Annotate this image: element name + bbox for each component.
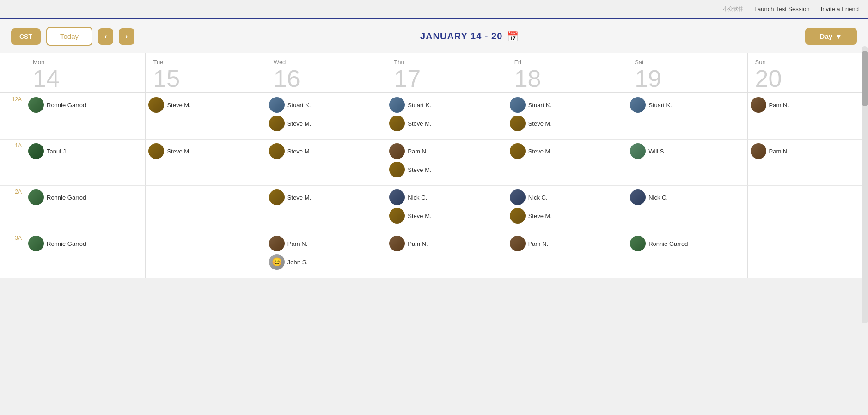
event-item[interactable]: Stuart K.	[269, 97, 383, 113]
header-day-sat: Sat 19	[627, 53, 747, 92]
event-item[interactable]: Steve M.	[510, 143, 624, 159]
calendar-cell: Nick C.	[627, 185, 747, 232]
header-day-tue: Tue 15	[146, 53, 266, 92]
event-item[interactable]: Steve M.	[269, 116, 383, 131]
event-item[interactable]: Steve M.	[389, 208, 503, 224]
next-button[interactable]: ›	[119, 28, 134, 45]
calendar-cell: Ronnie Garrod	[25, 185, 146, 232]
event-item[interactable]: Steve M.	[510, 208, 624, 224]
brand-label: 小众软件	[723, 6, 743, 12]
scrollbar[interactable]	[862, 46, 868, 323]
calendar-cell: Stuart K. Steve M.	[266, 93, 386, 139]
event-item[interactable]: Nick C.	[630, 189, 744, 205]
header-day-thu: Thu 17	[386, 53, 507, 92]
event-item[interactable]: Steve M.	[389, 162, 503, 177]
day-num: 19	[635, 67, 740, 91]
event-item[interactable]: Will S.	[630, 143, 744, 159]
avatar	[630, 97, 646, 113]
event-item[interactable]: Pam N.	[269, 236, 383, 251]
calendar-cell: Pam N.	[507, 232, 627, 278]
day-name: Fri	[514, 59, 619, 66]
calendar-body: 12A Ronnie Garrod Steve M. Stuart K. Ste…	[0, 93, 868, 278]
header-day-wed: Wed 16	[266, 53, 386, 92]
calendar-cell: Pam N.	[748, 139, 868, 185]
event-name: Steve M.	[408, 213, 431, 220]
event-item[interactable]: Pam N.	[510, 236, 624, 251]
event-name: Steve M.	[167, 148, 190, 155]
event-item[interactable]: 😊 John S.	[269, 254, 383, 270]
event-item[interactable]: Stuart K.	[630, 97, 744, 113]
event-item[interactable]: Ronnie Garrod	[28, 189, 142, 205]
calendar-cell: Nick C. Steve M.	[386, 185, 507, 232]
scrollbar-thumb[interactable]	[862, 51, 868, 106]
calendar-icon[interactable]: 📅	[507, 31, 519, 42]
event-item[interactable]: Ronnie Garrod	[630, 236, 744, 251]
avatar	[510, 208, 526, 224]
event-name: Steve M.	[167, 102, 190, 109]
calendar-cell: Pam N.	[748, 93, 868, 139]
day-num: 16	[274, 67, 379, 91]
event-item[interactable]: Steve M.	[389, 116, 503, 131]
calendar-cell: Stuart K.	[627, 93, 747, 139]
event-item[interactable]: Pam N.	[751, 97, 865, 113]
invite-friend-link[interactable]: Invite a Friend	[821, 6, 859, 12]
avatar	[148, 97, 164, 113]
calendar-cell: Will S.	[627, 139, 747, 185]
event-item[interactable]: Pam N.	[389, 143, 503, 159]
event-item[interactable]: Steve M.	[510, 116, 624, 131]
day-view-button[interactable]: Day ▼	[805, 28, 857, 45]
calendar-cell: Steve M.	[146, 139, 266, 185]
week-title-text: JANUARY 14 - 20	[420, 31, 502, 42]
top-bar: 小众软件 Launch Test Session Invite a Friend	[0, 0, 868, 19]
event-name: Stuart K.	[648, 102, 672, 109]
event-name: Pam N.	[528, 240, 548, 247]
header-day-mon: Mon 14	[25, 53, 146, 92]
day-num: 17	[394, 67, 499, 91]
event-item[interactable]: Ronnie Garrod	[28, 97, 142, 113]
event-name: Nick C.	[648, 194, 668, 201]
event-item[interactable]: Steve M.	[148, 97, 263, 113]
event-item[interactable]: Nick C.	[510, 189, 624, 205]
launch-test-link[interactable]: Launch Test Session	[754, 6, 810, 12]
calendar-cell	[146, 185, 266, 232]
event-name: Steve M.	[408, 166, 431, 173]
today-button[interactable]: Today	[46, 27, 92, 46]
avatar	[510, 97, 526, 113]
day-num: 18	[514, 67, 619, 91]
event-item[interactable]: Ronnie Garrod	[28, 236, 142, 251]
calendar-cell: Tanui J.	[25, 139, 146, 185]
event-name: Stuart K.	[408, 102, 431, 109]
event-name: Ronnie Garrod	[47, 102, 86, 109]
calendar-cell: Steve M.	[266, 139, 386, 185]
avatar	[510, 189, 526, 205]
event-name: Steve M.	[528, 120, 552, 127]
event-name: John S.	[287, 259, 308, 266]
event-name: Pam N.	[408, 148, 428, 155]
event-item[interactable]: Pam N.	[751, 143, 865, 159]
event-name: Steve M.	[287, 194, 311, 201]
avatar	[389, 162, 405, 177]
time-label: 12A	[0, 93, 25, 139]
day-num: 20	[755, 67, 860, 91]
event-item[interactable]: Stuart K.	[510, 97, 624, 113]
prev-button[interactable]: ‹	[98, 28, 113, 45]
event-item[interactable]: Steve M.	[148, 143, 263, 159]
day-num: 14	[33, 67, 138, 91]
avatar	[389, 208, 405, 224]
event-name: Steve M.	[408, 120, 431, 127]
event-item[interactable]: Steve M.	[269, 189, 383, 205]
header-day-fri: Fri 18	[507, 53, 627, 92]
event-item[interactable]: Steve M.	[269, 143, 383, 159]
event-name: Steve M.	[287, 120, 311, 127]
time-label: 1A	[0, 139, 25, 185]
avatar	[389, 97, 405, 113]
avatar	[751, 143, 766, 159]
event-item[interactable]: Tanui J.	[28, 143, 142, 159]
avatar	[389, 143, 405, 159]
cst-button[interactable]: CST	[11, 28, 41, 45]
day-name: Wed	[274, 59, 379, 66]
event-item[interactable]: Nick C.	[389, 189, 503, 205]
event-name: Pam N.	[287, 240, 307, 247]
event-item[interactable]: Pam N.	[389, 236, 503, 251]
event-item[interactable]: Stuart K.	[389, 97, 503, 113]
